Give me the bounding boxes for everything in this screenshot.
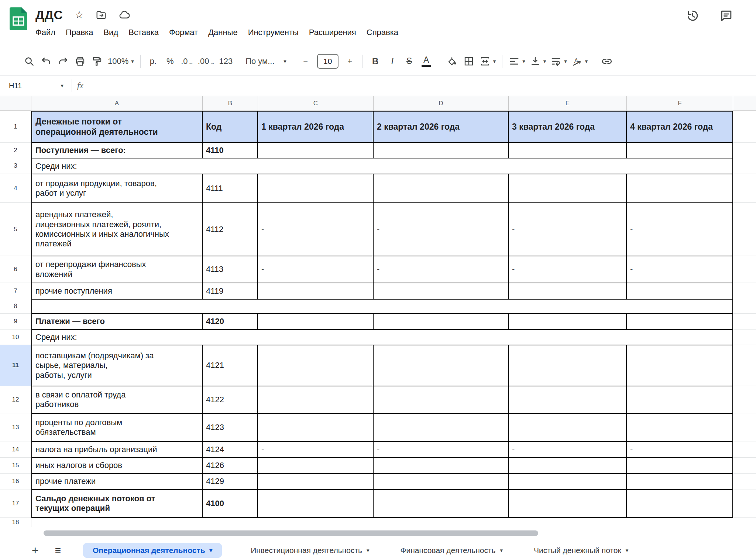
cell-C14[interactable]: -	[258, 442, 374, 457]
cell-D12[interactable]	[374, 386, 509, 413]
cell-E4[interactable]	[509, 174, 627, 202]
cell-A11[interactable]: поставщикам (подрядчикам) за сырье, мате…	[31, 345, 203, 386]
cell-D9[interactable]	[374, 314, 509, 329]
redo-icon[interactable]	[55, 53, 72, 70]
cloud-status-icon[interactable]	[118, 9, 130, 21]
row-header-11[interactable]: 11	[0, 345, 31, 386]
cell-A15[interactable]: иных налогов и сборов	[31, 458, 203, 473]
row-header-3[interactable]: 3	[0, 158, 31, 174]
cell-A4[interactable]: от продажи продукции, товаров, работ и у…	[31, 174, 203, 202]
cell-E17[interactable]	[509, 490, 627, 517]
decrease-font-size-button[interactable]: −	[297, 53, 314, 70]
cell-A3[interactable]: Среди них:	[31, 158, 733, 174]
cell-A8[interactable]	[31, 300, 733, 313]
text-rotation-button[interactable]: A ▾	[569, 53, 590, 70]
cell-A1[interactable]: Денежные потоки от операционной деятельн…	[31, 112, 203, 142]
cell-B16[interactable]: 4129	[203, 474, 258, 489]
row-header-1[interactable]: 1	[0, 111, 31, 142]
row-header-6[interactable]: 6	[0, 256, 31, 283]
cell-D4[interactable]	[374, 174, 509, 202]
row-header-15[interactable]: 15	[0, 457, 31, 473]
cell-C5[interactable]: -	[258, 203, 374, 256]
cell-F14[interactable]: -	[627, 442, 733, 457]
bold-button[interactable]: B	[367, 53, 384, 70]
borders-icon[interactable]	[460, 53, 477, 70]
cell-B11[interactable]: 4121	[203, 345, 258, 386]
column-header-C[interactable]: C	[258, 96, 374, 110]
cell-C11[interactable]	[258, 345, 374, 386]
horizontal-scrollbar[interactable]	[44, 530, 538, 536]
cell-C2[interactable]	[258, 143, 374, 158]
cell-C17[interactable]	[258, 490, 374, 517]
column-header-A[interactable]: A	[31, 96, 203, 110]
cell-B9[interactable]: 4120	[203, 314, 258, 329]
vertical-align-button[interactable]: ▾	[528, 53, 549, 70]
menu-item[interactable]: Расширения	[304, 25, 361, 40]
sheet-tab-4[interactable]: Чистый денежный поток▾	[532, 543, 630, 558]
cell-F1[interactable]: 4 квартал 2026 года	[627, 112, 733, 142]
cell-A12[interactable]: в связи с оплатой труда работников	[31, 386, 203, 413]
cell-D17[interactable]	[374, 490, 509, 517]
cell-F11[interactable]	[627, 345, 733, 386]
cell-A13[interactable]: проценты по долговым обязательствам	[31, 414, 203, 441]
cell-F2[interactable]	[627, 143, 733, 158]
row-header-12[interactable]: 12	[0, 386, 31, 413]
format-percent-button[interactable]: %	[162, 53, 179, 70]
cell-D16[interactable]	[374, 474, 509, 489]
move-folder-icon[interactable]	[96, 9, 107, 20]
row-header-4[interactable]: 4	[0, 174, 31, 202]
doc-title[interactable]: ДДС	[35, 8, 63, 22]
cell-F4[interactable]	[627, 174, 733, 202]
cell-E11[interactable]	[509, 345, 627, 386]
cell-A7[interactable]: прочие поступления	[31, 283, 203, 299]
cell-D14[interactable]: -	[374, 442, 509, 457]
insert-link-icon[interactable]	[598, 53, 615, 70]
cell-B4[interactable]: 4111	[203, 174, 258, 202]
cell-B13[interactable]: 4123	[203, 414, 258, 441]
cell-E6[interactable]: -	[509, 256, 627, 283]
cell-A16[interactable]: прочие платежи	[31, 474, 203, 489]
cell-B17[interactable]: 4100	[203, 490, 258, 517]
cell-A17[interactable]: Сальдо денежных потоков от текущих опера…	[31, 490, 203, 517]
cell-E5[interactable]: -	[509, 203, 627, 256]
cell-A5[interactable]: арендных платежей, лицензионных платежей…	[31, 203, 203, 256]
format-currency-button[interactable]: р.	[145, 53, 162, 70]
cell-E12[interactable]	[509, 386, 627, 413]
cell-B14[interactable]: 4124	[203, 442, 258, 457]
cell-C6[interactable]: -	[258, 256, 374, 283]
cell-F6[interactable]: -	[627, 256, 733, 283]
menu-item[interactable]: Вид	[98, 25, 123, 40]
italic-button[interactable]: I	[384, 53, 401, 70]
row-header-8[interactable]: 8	[0, 299, 31, 313]
cell-C16[interactable]	[258, 474, 374, 489]
cell-E1[interactable]: 3 квартал 2026 года	[509, 112, 627, 142]
row-header-18[interactable]: 18	[0, 517, 31, 527]
add-sheet-button[interactable]: +	[32, 544, 39, 556]
cell-E16[interactable]	[509, 474, 627, 489]
cell-F7[interactable]	[627, 283, 733, 299]
cell-A10[interactable]: Среди них:	[31, 330, 733, 345]
merge-cells-button[interactable]: ▾	[477, 53, 498, 70]
paint-format-icon[interactable]	[89, 53, 106, 70]
cell-C12[interactable]	[258, 386, 374, 413]
row-header-5[interactable]: 5	[0, 202, 31, 256]
star-icon[interactable]: ☆	[75, 10, 84, 20]
name-box[interactable]: H11 ▾	[0, 82, 70, 90]
cell-F13[interactable]	[627, 414, 733, 441]
text-wrap-button[interactable]: ▾	[548, 53, 569, 70]
cell-E15[interactable]	[509, 458, 627, 473]
cell-B2[interactable]: 4110	[203, 143, 258, 158]
menu-item[interactable]: Правка	[61, 25, 98, 40]
comments-icon[interactable]	[719, 9, 733, 23]
cell-D1[interactable]: 2 квартал 2026 года	[374, 112, 509, 142]
cell-C15[interactable]	[258, 458, 374, 473]
sheets-logo[interactable]	[10, 7, 27, 30]
cell-F5[interactable]: -	[627, 203, 733, 256]
cell-F17[interactable]	[627, 490, 733, 517]
sheet-tab-1[interactable]: Операционная деятельность▾	[83, 543, 222, 558]
horizontal-align-button[interactable]: ▾	[506, 53, 528, 70]
cell-C7[interactable]	[258, 283, 374, 299]
cell-E13[interactable]	[509, 414, 627, 441]
row-header-10[interactable]: 10	[0, 329, 31, 345]
cell-E14[interactable]: -	[509, 442, 627, 457]
